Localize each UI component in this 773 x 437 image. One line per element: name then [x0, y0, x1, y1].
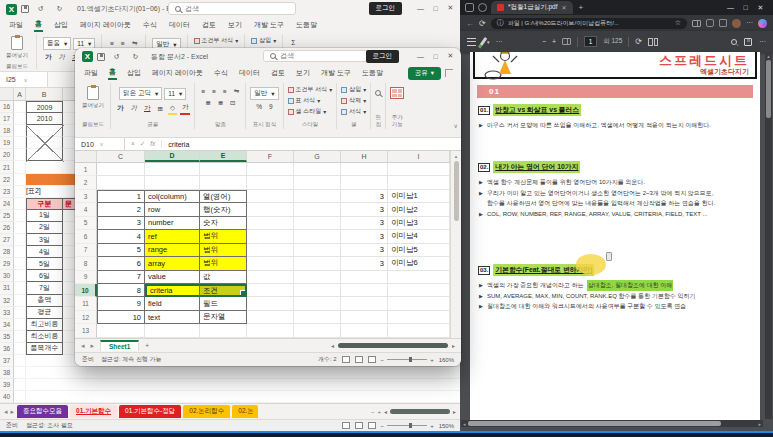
cell-a[interactable] [14, 113, 26, 125]
cell-c[interactable]: 7 [97, 271, 145, 284]
cell-e[interactable]: 문자열 [200, 311, 247, 324]
cell-e[interactable]: 필드 [200, 297, 247, 310]
cell-i[interactable] [388, 176, 450, 189]
sheet-scroll-right-icon[interactable] [11, 408, 15, 416]
cell-b[interactable]: 총액 [26, 295, 63, 307]
bold-button[interactable]: 가 [115, 103, 126, 114]
cell-f[interactable] [247, 217, 294, 230]
cell-e[interactable] [200, 176, 247, 189]
row-header[interactable]: 31 [0, 282, 14, 294]
cell-b[interactable]: 품목개수 [26, 343, 63, 355]
cell-b[interactable] [26, 161, 63, 173]
cell-a[interactable] [14, 137, 26, 149]
ribbon-tab[interactable]: 삽입 [126, 67, 142, 79]
ribbon-tab[interactable]: 도움말 [361, 67, 384, 79]
ribbon-tab[interactable]: 수식 [213, 67, 229, 79]
minimize-button[interactable] [413, 2, 428, 14]
row-header[interactable]: 12 [75, 311, 97, 324]
cell-d[interactable]: number [145, 217, 200, 230]
ribbon-tab[interactable]: 개발 도구 [253, 19, 285, 31]
cell-d[interactable]: value [145, 271, 200, 284]
comma-style-button[interactable]: 9 [267, 102, 275, 111]
ribbon-tab[interactable]: 파일 [8, 19, 24, 31]
cell-i[interactable] [388, 324, 450, 337]
cell-b[interactable]: 2010 [26, 113, 63, 125]
row-header[interactable]: 13 [75, 324, 97, 337]
cell-f[interactable] [247, 190, 294, 203]
settings-more-icon[interactable] [746, 19, 753, 27]
cell-a[interactable] [14, 222, 26, 234]
select-all-corner[interactable] [75, 151, 97, 162]
name-box[interactable]: D10 [75, 138, 125, 150]
column-header[interactable]: F [247, 151, 294, 162]
cell-b[interactable] [26, 355, 63, 367]
cell-f[interactable] [247, 297, 294, 310]
cell-b[interactable]: 구분 [26, 198, 63, 210]
cell-c[interactable] [63, 379, 460, 391]
cell-d[interactable]: field [145, 297, 200, 310]
cell-h[interactable] [341, 163, 388, 176]
row-header[interactable]: 36 [0, 343, 14, 355]
cell-c[interactable] [63, 391, 460, 403]
accessibility-status[interactable]: 접근성: 조사 필요 [26, 421, 73, 430]
ribbon-tab[interactable]: 개발 도구 [320, 67, 352, 79]
row-header[interactable]: 35 [0, 331, 14, 343]
ribbon-tab[interactable]: 검토 [201, 19, 217, 31]
font-color-button[interactable]: 가 [180, 102, 191, 115]
cell-b[interactable]: 평균 [26, 307, 63, 319]
sheet-tab-active[interactable]: Sheet1 [100, 340, 139, 351]
cell-d[interactable]: row [145, 203, 200, 216]
cell-b[interactable] [26, 391, 63, 403]
row-header[interactable]: 6 [75, 230, 97, 243]
find-select-icon[interactable] [375, 90, 381, 96]
fill-color-button[interactable]: ◇ [168, 103, 177, 115]
ribbon-tab[interactable]: 삽입 [53, 19, 69, 31]
cell-c[interactable]: 9 [97, 297, 145, 310]
collapse-ribbon-icon[interactable] [454, 122, 458, 129]
cell-i[interactable]: 이미남2 [388, 203, 450, 216]
zoom-in-icon[interactable] [552, 38, 556, 45]
collections-icon[interactable] [719, 19, 727, 27]
cell-h[interactable] [341, 284, 388, 297]
wrap-text-button[interactable]: ⇋ [130, 38, 139, 48]
scroll-up-icon[interactable] [455, 153, 458, 159]
cell-c[interactable]: 4 [97, 230, 145, 243]
sheet-tab[interactable]: 02.논 [232, 405, 258, 418]
cell-a[interactable] [14, 270, 26, 282]
cell-g[interactable] [294, 203, 341, 216]
cell-e[interactable]: 조건 [200, 284, 247, 297]
cell-a[interactable] [14, 379, 26, 391]
column-header[interactable]: I [388, 151, 450, 162]
ribbon-tab[interactable]: 검토 [270, 67, 286, 79]
pdf-search-icon[interactable] [731, 39, 737, 45]
bold-button[interactable]: 가 [43, 52, 54, 63]
cell-c[interactable]: 5 [97, 244, 145, 257]
cell-a[interactable] [14, 367, 26, 379]
cell-h[interactable]: 3 [341, 217, 388, 230]
format-cells-button[interactable]: 서식 [341, 107, 366, 116]
cell-d[interactable]: array [145, 257, 200, 270]
sheet-scroll-left-icon[interactable] [81, 342, 85, 350]
save-icon[interactable] [97, 53, 105, 61]
cell-g[interactable] [294, 284, 341, 297]
cell-a[interactable] [14, 125, 26, 137]
wrap-text-button[interactable]: ⇋ [232, 86, 241, 96]
cell-b[interactable]: 4일 [26, 246, 63, 258]
row-header[interactable]: 19 [0, 137, 14, 149]
conditional-formatting-button[interactable]: 조건부 서식 [194, 36, 239, 45]
workspaces-icon[interactable] [465, 3, 474, 12]
ribbon-tab[interactable]: 페이지 레이아웃 [151, 67, 204, 79]
cell-b[interactable] [26, 174, 63, 186]
align-top-button[interactable]: ≡ [108, 39, 116, 48]
highlighter-dropdown-icon[interactable] [487, 39, 490, 45]
row-header[interactable]: 5 [75, 217, 97, 230]
row-header[interactable]: 7 [75, 244, 97, 257]
cell-c[interactable]: 2 [97, 203, 145, 216]
copilot-icon[interactable] [758, 19, 767, 28]
scroll-thumb[interactable] [468, 421, 722, 426]
new-sheet-button[interactable] [145, 342, 149, 349]
cell-e[interactable]: 열(영어) [200, 190, 247, 203]
undo-icon[interactable] [109, 51, 124, 63]
row-header[interactable]: 3 [75, 190, 97, 203]
table-of-contents-icon[interactable] [467, 38, 476, 46]
